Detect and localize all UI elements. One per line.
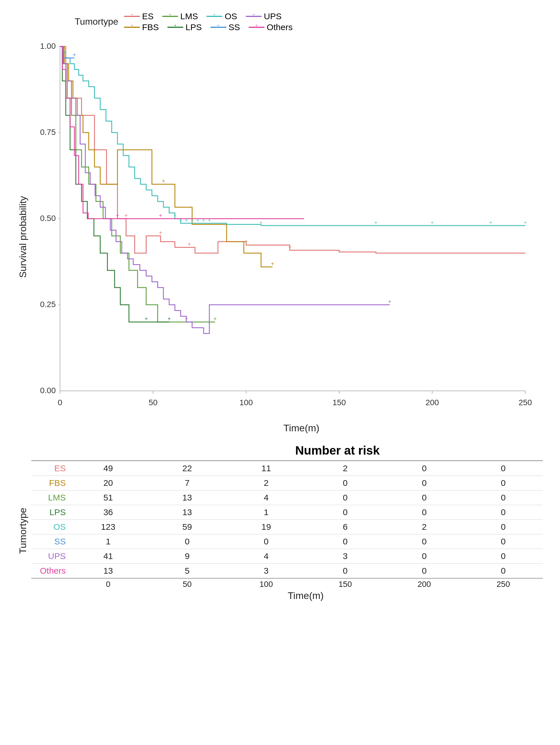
legend-item-ES: + ES: [124, 11, 154, 21]
risk-table-rows: ES492211200FBS2072000LMS51134000LPS36131…: [31, 460, 543, 579]
svg-text:+: +: [524, 220, 527, 226]
svg-text:+: +: [131, 13, 133, 17]
svg-text:+: +: [288, 244, 291, 250]
legend-item-LPS: + LPS: [167, 22, 202, 32]
svg-text:+: +: [431, 220, 434, 226]
legend-item-LMS: + LMS: [162, 11, 198, 21]
svg-text:+: +: [388, 298, 392, 305]
risk-value-OS-3: 6: [306, 519, 384, 534]
y-axis-label: Survival probability: [17, 196, 28, 278]
risk-label-OS: OS: [31, 519, 69, 534]
risk-label-LPS: LPS: [31, 505, 69, 519]
svg-text:+: +: [489, 220, 493, 226]
legend-label-UPS: UPS: [264, 11, 282, 21]
risk-x-tick-3: 150: [306, 580, 384, 589]
legend-label-LPS: LPS: [186, 22, 202, 32]
legend-area: Tumortype + ES +: [75, 11, 293, 33]
risk-value-Others-4: 0: [385, 563, 464, 578]
risk-value-LMS-4: 0: [385, 490, 464, 505]
svg-text:+: +: [159, 213, 162, 219]
risk-value-ES-3: 2: [306, 461, 384, 476]
risk-value-OS-2: 19: [226, 519, 306, 534]
legend-item-OS: + OS: [207, 11, 237, 21]
risk-x-tick-4: 200: [385, 580, 464, 589]
legend-label-ES: ES: [142, 11, 154, 21]
legend-item-UPS: + UPS: [246, 11, 282, 21]
risk-value-FBS-0: 20: [69, 476, 148, 490]
svg-text:+: +: [213, 13, 215, 17]
chart-and-xaxis: 1.00 0.75 0.50 0.25 0.00 0 50: [31, 41, 543, 433]
risk-label-UPS: UPS: [31, 549, 69, 563]
svg-text:+: +: [145, 316, 148, 322]
risk-value-Others-1: 5: [148, 563, 226, 578]
risk-value-OS-5: 0: [464, 519, 543, 534]
legend-item-Others: + Others: [249, 22, 293, 32]
risk-value-LPS-4: 0: [385, 505, 464, 519]
risk-value-Others-0: 13: [69, 563, 148, 578]
svg-text:+: +: [271, 261, 274, 267]
risk-x-tick-2: 100: [226, 580, 306, 589]
risk-value-SS-4: 0: [385, 534, 464, 549]
svg-text:+: +: [252, 13, 255, 17]
svg-text:250: 250: [519, 398, 532, 407]
svg-text:+: +: [174, 24, 176, 28]
x-axis-label: Time(m): [60, 422, 543, 433]
svg-text:+: +: [374, 220, 378, 226]
svg-text:+: +: [131, 24, 133, 28]
risk-value-FBS-4: 0: [385, 476, 464, 490]
risk-value-SS-0: 1: [69, 534, 148, 549]
svg-text:+: +: [124, 213, 128, 219]
legend-label-SS: SS: [228, 22, 240, 32]
svg-text:+: +: [116, 213, 119, 219]
svg-text:+: +: [217, 24, 219, 28]
main-container: Tumortype + ES +: [0, 0, 560, 745]
risk-table-title: Number at risk: [75, 444, 560, 457]
risk-table-wrapper: Tumortype ES492211200FBS2072000LMS511340…: [17, 460, 543, 601]
risk-value-Others-3: 0: [306, 563, 384, 578]
svg-text:100: 100: [240, 398, 253, 407]
risk-value-OS-4: 2: [385, 519, 464, 534]
chart-svg-container: 1.00 0.75 0.50 0.25 0.00 0 50: [31, 41, 543, 421]
risk-table-section: Number at risk Tumortype ES492211200FBS2…: [17, 444, 543, 601]
risk-y-axis-label: Tumortype: [17, 508, 28, 554]
risk-value-LMS-5: 0: [464, 490, 543, 505]
legend-label-FBS: FBS: [142, 22, 159, 32]
risk-value-LMS-1: 13: [148, 490, 226, 505]
risk-value-LMS-0: 51: [69, 490, 148, 505]
svg-text:0.75: 0.75: [40, 128, 56, 137]
risk-x-label: Time(m): [69, 590, 543, 601]
risk-value-UPS-3: 3: [306, 549, 384, 563]
risk-label-SS: SS: [31, 534, 69, 549]
svg-text:+: +: [244, 238, 248, 245]
risk-label-Others: Others: [31, 563, 69, 578]
risk-value-FBS-1: 7: [148, 476, 226, 490]
legend-row-1: + ES + LMS +: [124, 11, 293, 21]
risk-value-FBS-3: 0: [306, 476, 384, 490]
chart-wrapper: Survival probability 1.00 0: [17, 39, 543, 435]
svg-text:+: +: [169, 13, 171, 17]
svg-text:+: +: [188, 241, 191, 247]
risk-value-ES-5: 0: [464, 461, 543, 476]
risk-value-OS-1: 59: [148, 519, 226, 534]
svg-text:+: +: [159, 230, 162, 236]
risk-value-Others-5: 0: [464, 563, 543, 578]
legend-prefix-label: Tumortype: [75, 11, 118, 32]
risk-value-ES-1: 22: [148, 461, 226, 476]
legend-item-FBS: + FBS: [124, 22, 159, 32]
risk-value-FBS-5: 0: [464, 476, 543, 490]
risk-label-ES: ES: [31, 461, 69, 476]
legend-label-OS: OS: [225, 11, 237, 21]
risk-value-Others-2: 3: [226, 563, 306, 578]
risk-value-ES-2: 11: [226, 461, 306, 476]
risk-value-LPS-2: 1: [226, 505, 306, 519]
risk-value-LPS-1: 13: [148, 505, 226, 519]
svg-text:0.25: 0.25: [40, 300, 56, 309]
risk-label-FBS: FBS: [31, 476, 69, 490]
risk-table-inner: ES492211200FBS2072000LMS51134000LPS36131…: [31, 460, 543, 601]
svg-text:200: 200: [426, 398, 439, 407]
svg-text:+: +: [73, 52, 76, 58]
risk-value-LPS-5: 0: [464, 505, 543, 519]
risk-value-SS-3: 0: [306, 534, 384, 549]
risk-value-SS-1: 0: [148, 534, 226, 549]
risk-value-UPS-1: 9: [148, 549, 226, 563]
